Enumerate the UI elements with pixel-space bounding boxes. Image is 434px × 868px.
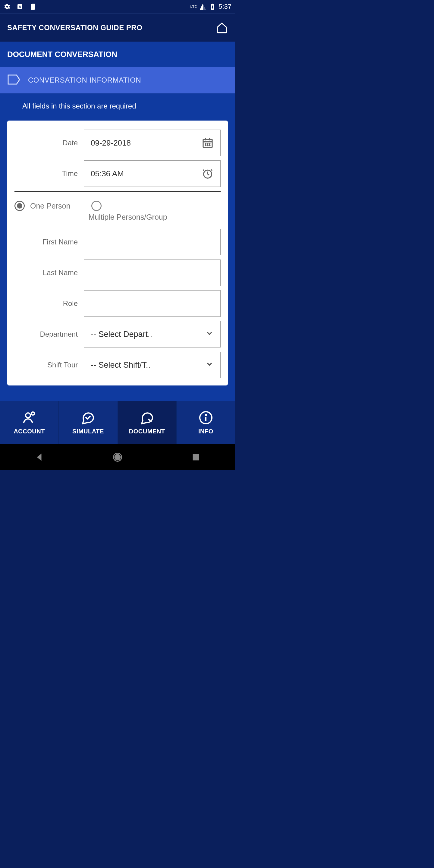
department-label: Department [14,330,84,338]
svg-point-9 [205,145,206,146]
svg-point-10 [207,145,208,146]
android-nav-bar [0,444,235,470]
department-placeholder: -- Select Depart.. [91,330,152,339]
tab-simulate-label: SIMULATE [72,428,104,435]
status-time: 5:37 [218,3,231,10]
time-input[interactable]: 05:36 AM [84,160,221,187]
date-label: Date [14,138,84,147]
divider [14,191,221,192]
svg-point-24 [115,455,120,460]
simulate-icon [81,410,95,425]
person-type-radio-group: One Person Multiple Persons/Group [14,198,221,229]
radio-multiple-persons[interactable]: Multiple Persons/Group [88,201,167,221]
tab-account-label: ACCOUNT [13,428,45,435]
shift-select[interactable]: -- Select Shift/T.. [84,352,221,378]
shift-placeholder: -- Select Shift/T.. [91,361,150,370]
content-area: All fields in this section are required … [0,93,235,401]
app-bar: SAFETY CONVERSATION GUIDE PRO [0,13,235,41]
svg-point-8 [210,144,210,144]
nav-back[interactable] [34,452,44,463]
svg-point-18 [31,412,34,415]
tab-info[interactable]: INFO [177,401,235,444]
form-card: Date 09-29-2018 Time 05:36 AM [7,121,228,385]
page-title: DOCUMENT CONVERSATION [7,50,117,59]
last-name-input[interactable] [84,259,221,286]
svg-rect-25 [193,454,199,461]
time-label: Time [14,169,84,178]
svg-text:A: A [19,5,21,8]
tab-info-label: INFO [198,428,213,435]
info-icon [198,410,213,425]
app-title: SAFETY CONVERSATION GUIDE PRO [7,24,142,32]
first-name-input[interactable] [84,229,221,255]
radio-one-label: One Person [30,202,70,210]
time-value: 05:36 AM [91,169,124,179]
radio-multi-label: Multiple Persons/Group [88,213,167,221]
nav-recent[interactable] [190,452,201,463]
bottom-tabs: ACCOUNT SIMULATE DOCUMENT INFO [0,401,235,444]
first-name-label: First Name [14,238,84,246]
svg-point-6 [205,144,206,144]
role-input[interactable] [84,290,221,317]
chevron-down-icon [205,360,214,370]
settings-icon [4,3,11,10]
svg-line-14 [208,174,209,175]
calendar-icon [202,137,214,149]
tab-document-label: DOCUMENT [129,428,165,435]
language-icon: A [16,3,24,10]
battery-charging-icon [209,3,216,10]
svg-line-15 [203,170,204,170]
page-header: DOCUMENT CONVERSATION [0,41,235,67]
account-icon [22,410,36,425]
last-name-label: Last Name [14,269,84,277]
date-value: 09-29-2018 [91,138,131,148]
radio-one-person[interactable]: One Person [14,201,70,211]
department-select[interactable]: -- Select Depart.. [84,321,221,347]
tab-account[interactable]: ACCOUNT [0,401,59,444]
chevron-down-icon [205,329,214,340]
svg-point-17 [26,413,30,418]
section-banner[interactable]: CONVERSATION INFORMATION [0,67,235,93]
home-button[interactable] [216,22,228,34]
clock-icon [202,167,214,180]
date-input[interactable]: 09-29-2018 [84,130,221,156]
tab-simulate[interactable]: SIMULATE [59,401,118,444]
svg-point-7 [207,144,208,144]
svg-point-22 [205,414,207,415]
tag-icon [7,74,21,86]
sd-card-icon [29,3,36,10]
status-bar: A LTE 5:37 [0,0,235,13]
helper-text: All fields in this section are required [7,93,228,121]
shift-label: Shift Tour [14,361,84,369]
document-icon [140,410,154,425]
role-label: Role [14,299,84,308]
signal-icon [199,3,207,10]
svg-line-16 [211,170,212,170]
tab-document[interactable]: DOCUMENT [118,401,177,444]
section-title: CONVERSATION INFORMATION [28,76,141,84]
svg-point-11 [210,145,210,146]
nav-home[interactable] [112,452,123,463]
lte-indicator: LTE [190,5,197,8]
